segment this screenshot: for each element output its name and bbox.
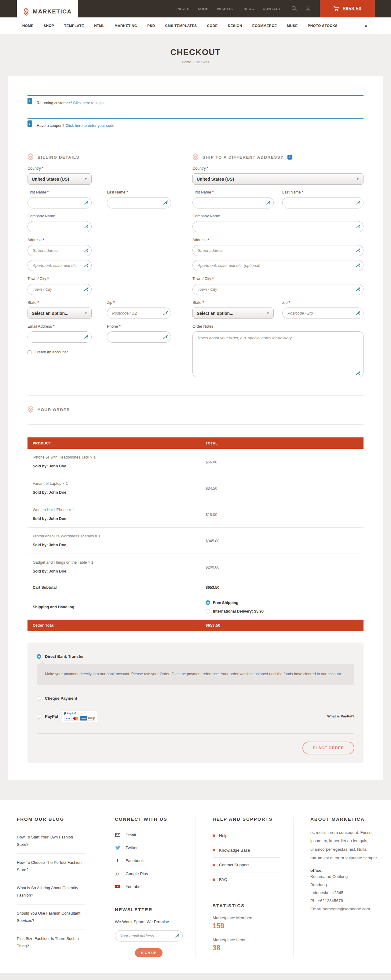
topnav-shop[interactable]: SHOP xyxy=(198,7,209,11)
shipping-town-input[interactable] xyxy=(192,284,364,295)
facebook-icon: f xyxy=(115,858,120,864)
ship-different-checkbox[interactable] xyxy=(288,155,292,159)
shipping-state-select[interactable]: Select an option... ▼ xyxy=(192,307,274,319)
faq-link[interactable]: FAQ xyxy=(213,872,280,887)
billing-email-input[interactable] xyxy=(27,331,92,343)
contact-support-link[interactable]: Contact Support xyxy=(213,858,280,872)
topnav-blog[interactable]: BLOG xyxy=(243,7,254,11)
cheque-payment-option[interactable]: Cheque Payment xyxy=(37,696,354,701)
login-link[interactable]: Click here to login xyxy=(73,101,103,105)
billing-apartment-input[interactable] xyxy=(27,260,92,271)
billing-company-input[interactable] xyxy=(27,221,92,232)
footer-help-column: HELP AND SUPPORTS Help Knowladge Base Co… xyxy=(196,816,293,958)
radio-icon[interactable] xyxy=(37,696,41,701)
twitter-social-link[interactable]: Twitter xyxy=(115,842,183,854)
blog-link[interactable]: What is So Alluring About Celebrity Fash… xyxy=(17,879,85,905)
last-name-label: Last Name xyxy=(107,190,125,194)
nav-home[interactable]: HOME xyxy=(22,24,33,27)
topnav-wishlist[interactable]: WISHLIST xyxy=(217,7,235,11)
nav-marketing[interactable]: MARKETING xyxy=(114,24,137,27)
nav-ecommerce[interactable]: ECOMMERCE xyxy=(252,24,277,27)
international-delivery-option[interactable]: International Delivery: $5.90 xyxy=(206,609,364,614)
autofill-icon xyxy=(266,200,271,205)
search-icon[interactable] xyxy=(291,6,297,12)
billing-first-name-input[interactable] xyxy=(27,197,92,208)
blog-link[interactable]: Plus Size Fashion: Is There Such a Thing… xyxy=(17,930,85,955)
bank-transfer-label: Direct Bank Transfer xyxy=(45,654,84,659)
bank-transfer-option[interactable]: Direct Bank Transfer xyxy=(37,654,354,659)
nav-cms-templates[interactable]: CMS TEMPLATES xyxy=(165,24,197,27)
radio-selected-icon[interactable] xyxy=(206,600,210,605)
radio-icon[interactable] xyxy=(206,609,210,614)
youtube-social-link[interactable]: Youtube xyxy=(115,880,183,893)
topnav-pages[interactable]: PAGES xyxy=(176,7,190,11)
billing-town-input[interactable] xyxy=(27,284,92,295)
twitter-icon xyxy=(115,845,120,850)
autofill-icon xyxy=(356,310,361,315)
coupon-link[interactable]: Click here to enter your code xyxy=(66,124,114,128)
order-notes-textarea[interactable] xyxy=(192,331,364,377)
facebook-social-link[interactable]: f Facebook xyxy=(115,854,183,867)
user-icon[interactable] xyxy=(305,6,311,12)
last-name-label: Last Name xyxy=(282,190,300,194)
autofill-icon xyxy=(84,200,89,205)
what-is-paypal-link[interactable]: What is PayPal? xyxy=(327,714,354,718)
required-mark: * xyxy=(42,166,43,170)
billing-street-input[interactable] xyxy=(27,245,92,256)
nav-code[interactable]: CODE xyxy=(207,24,218,27)
billing-country-select[interactable]: United States (US) ▼ xyxy=(27,173,92,185)
newsletter-tagline: We Won't Spam, We Promise xyxy=(115,920,183,924)
nav-template[interactable]: TEMPLATE xyxy=(64,24,84,27)
product-total: $18.00 xyxy=(206,512,217,517)
product-total: $34.50 xyxy=(206,486,217,491)
radio-icon[interactable] xyxy=(37,714,41,719)
logo[interactable]: MARKETICA xyxy=(17,0,78,23)
nav-psd[interactable]: PSD xyxy=(147,24,155,27)
blog-link[interactable]: Should You Use Fashion Consultant Servic… xyxy=(17,905,85,930)
knowledge-base-link[interactable]: Knowladge Base xyxy=(213,843,280,858)
cart-button[interactable]: $653.50 xyxy=(320,0,375,18)
autofill-icon xyxy=(84,287,89,291)
blog-link[interactable]: How To Start Your Own Fashion Store? xyxy=(17,828,85,854)
your-order-header: YOUR ORDER xyxy=(27,395,364,425)
blog-link[interactable]: How To Choose The Perfect Fashion Store? xyxy=(17,854,85,879)
shipping-first-name-input[interactable] xyxy=(192,197,274,208)
shipping-apartment-input[interactable] xyxy=(192,260,364,271)
company-label: Company Name xyxy=(27,214,174,218)
shipping-section-header: SHIP TO A DIFFERENT ADDRESS? xyxy=(192,143,364,161)
autofill-icon xyxy=(84,263,89,267)
shipping-street-input[interactable] xyxy=(192,245,364,256)
nav-more-chevron-icon[interactable]: » xyxy=(365,24,367,28)
place-order-button[interactable]: PLACE ORDER xyxy=(302,741,354,754)
breadcrumb: Home › Checkout xyxy=(0,60,391,64)
free-shipping-option[interactable]: Free Shipping xyxy=(206,600,364,605)
breadcrumb-home[interactable]: Home xyxy=(182,60,191,64)
shipping-company-input[interactable] xyxy=(192,221,364,232)
create-account-checkbox[interactable] xyxy=(27,350,32,354)
nav-shop[interactable]: SHOP xyxy=(44,24,54,27)
table-row: Variant of Laptop × 1 Sold by: John Doe … xyxy=(27,475,364,501)
email-social-link[interactable]: Email xyxy=(115,828,183,842)
nav-html[interactable]: HTML xyxy=(94,24,105,27)
shipping-last-name-input[interactable] xyxy=(282,197,364,208)
billing-state-select[interactable]: Select an option... ▼ xyxy=(27,307,92,319)
breadcrumb-current: Checkout xyxy=(194,60,209,64)
billing-zip-input[interactable] xyxy=(107,307,171,319)
topnav-contact[interactable]: CONTACT xyxy=(263,7,281,11)
signup-button[interactable]: SIGN UP xyxy=(135,948,162,958)
order-notes-label: Order Notes xyxy=(192,325,364,329)
radio-selected-icon[interactable] xyxy=(37,654,41,659)
coupon-notice: i Have a coupon? Click here to enter you… xyxy=(27,118,364,128)
chevron-down-icon: ▼ xyxy=(84,177,87,181)
google-plus-social-link[interactable]: g+ Google Plus xyxy=(115,867,183,880)
help-link[interactable]: Help xyxy=(213,828,280,843)
billing-phone-input[interactable] xyxy=(107,331,171,343)
nav-muse[interactable]: MUSE xyxy=(287,24,297,27)
billing-last-name-input[interactable] xyxy=(107,197,171,208)
shipping-zip-input[interactable] xyxy=(282,307,364,319)
nav-photo-stocks[interactable]: PHOTO STOCKS xyxy=(308,24,338,27)
table-row: iPhone 5s with Headphones Jack × 1 Sold … xyxy=(27,449,364,475)
newsletter-email-input[interactable] xyxy=(115,930,183,942)
nav-design[interactable]: DESIGN xyxy=(228,24,242,27)
shipping-country-select[interactable]: United States (US) ▼ xyxy=(192,173,364,185)
